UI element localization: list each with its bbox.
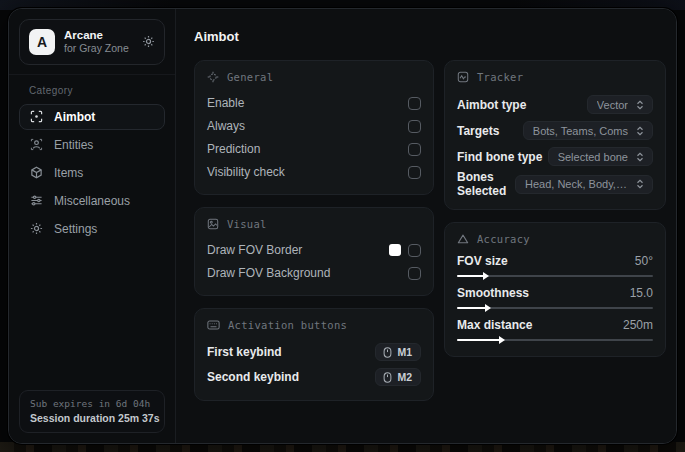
app-title-block: Arcane for Gray Zone	[64, 28, 133, 56]
targets-select[interactable]: Bots, Teams, Coms	[523, 121, 653, 140]
setting-row-enable: Enable	[207, 92, 421, 114]
setting-label: Max distance	[457, 318, 532, 332]
sidebar-item-aimbot[interactable]: Aimbot	[19, 104, 165, 130]
find-bone-type-select[interactable]: Selected bone	[548, 147, 653, 166]
chevron-updown-icon	[635, 100, 645, 110]
select-value: Bots, Teams, Coms	[533, 125, 628, 137]
setting-label: Enable	[207, 96, 244, 110]
sidebar-item-entities[interactable]: Entities	[19, 132, 165, 158]
setting-row-aimbot-type: Aimbot type Vector	[457, 92, 653, 117]
second-keybind-button[interactable]: M2	[375, 368, 421, 386]
accuracy-card-header: Accuracy	[457, 233, 653, 245]
setting-label: FOV size	[457, 254, 508, 268]
tracker-card-header: Tracker	[457, 71, 653, 83]
always-checkbox[interactable]	[408, 120, 421, 133]
setting-label: Find bone type	[457, 150, 542, 164]
card-header-label: Accuracy	[477, 233, 530, 245]
activity-icon	[457, 71, 469, 83]
sidebar-item-miscellaneous[interactable]: Miscellaneous	[19, 188, 165, 214]
select-value: Head, Neck, Body, Pe...	[525, 178, 628, 190]
sidebar-divider	[9, 74, 175, 75]
slider-value: 15.0	[630, 286, 653, 300]
category-label: Category	[29, 85, 175, 96]
sidebar-item-label: Settings	[54, 222, 97, 236]
sidebar-item-label: Miscellaneous	[54, 194, 130, 208]
fov-border-color-swatch[interactable]	[389, 244, 401, 256]
tracker-card: Tracker Aimbot type Vector	[444, 60, 666, 210]
visibility-check-checkbox[interactable]	[408, 166, 421, 179]
setting-label: Aimbot type	[457, 98, 526, 112]
setting-row-draw-fov-background: Draw FOV Background	[207, 262, 421, 284]
setting-label: Draw FOV Border	[207, 243, 302, 257]
sidebar-item-label: Aimbot	[54, 110, 95, 124]
sidebar-item-items[interactable]: Items	[19, 160, 165, 186]
setting-label: Visibility check	[207, 165, 285, 179]
gear-icon	[30, 222, 43, 235]
setting-label: First keybind	[207, 345, 282, 359]
card-header-label: Tracker	[477, 71, 523, 83]
select-value: Selected bone	[558, 151, 628, 163]
fov-size-slider[interactable]	[457, 275, 653, 277]
setting-label: Draw FOV Background	[207, 266, 330, 280]
left-column: General Enable Always Prediction	[194, 60, 434, 401]
activation-buttons-card: Activation buttons First keybind M1	[194, 308, 434, 401]
setting-label: Prediction	[207, 142, 260, 156]
crosshair-scan-icon	[30, 110, 43, 123]
max-distance-slider[interactable]	[457, 339, 653, 341]
triangle-icon	[457, 233, 469, 245]
setting-row-targets: Targets Bots, Teams, Coms	[457, 118, 653, 143]
app-logo: A	[29, 29, 55, 55]
aimbot-type-select[interactable]: Vector	[587, 95, 653, 114]
subscription-info: Sub expires in 6d 04h Session duration 2…	[19, 390, 165, 433]
activation-card-header: Activation buttons	[207, 319, 421, 331]
setting-row-bones-selected: Bones Selected Head, Neck, Body, Pe...	[457, 170, 653, 198]
general-card-header: General	[207, 71, 421, 83]
keybind-value: M1	[397, 346, 412, 358]
keybind-value: M2	[397, 371, 412, 383]
bones-selected-select[interactable]: Head, Neck, Body, Pe...	[515, 175, 653, 194]
setting-row-second-keybind: Second keybind M2	[207, 365, 421, 389]
setting-label: Targets	[457, 124, 499, 138]
slider-value: 50°	[635, 254, 653, 268]
slider-group-fov-size: FOV size 50°	[457, 254, 653, 277]
sliders-icon	[30, 194, 43, 207]
sidebar: A Arcane for Gray Zone Category	[9, 9, 176, 443]
setting-label: Smoothness	[457, 286, 529, 300]
card-header-label: General	[227, 71, 273, 83]
enable-checkbox[interactable]	[408, 97, 421, 110]
app-name: Arcane	[64, 28, 133, 42]
select-value: Vector	[597, 99, 628, 111]
setting-row-find-bone-type: Find bone type Selected bone	[457, 144, 653, 169]
slider-fill	[457, 275, 484, 277]
mouse-icon	[383, 372, 392, 383]
keyboard-icon	[207, 319, 220, 331]
setting-label: Second keybind	[207, 370, 299, 384]
gear-icon[interactable]	[142, 35, 155, 48]
visual-card: Visual Draw FOV Border Draw FOV Backgrou…	[194, 207, 434, 296]
setting-row-first-keybind: First keybind M1	[207, 340, 421, 364]
slider-fill	[457, 307, 486, 309]
general-card: General Enable Always Prediction	[194, 60, 434, 195]
sub-expires-text: Sub expires in 6d 04h	[30, 398, 154, 409]
setting-row-visibility-check: Visibility check	[207, 161, 421, 183]
draw-fov-background-checkbox[interactable]	[408, 267, 421, 280]
app-window: A Arcane for Gray Zone Category	[8, 8, 677, 444]
draw-fov-border-checkbox[interactable]	[408, 244, 421, 257]
mouse-icon	[383, 347, 392, 358]
first-keybind-button[interactable]: M1	[375, 343, 421, 361]
sidebar-item-settings[interactable]: Settings	[19, 216, 165, 242]
sidebar-nav: Aimbot Entities	[9, 104, 175, 244]
accuracy-card: Accuracy FOV size 50° Smoothness	[444, 222, 666, 357]
main-content: Aimbot General	[176, 9, 676, 443]
visual-card-header: Visual	[207, 218, 421, 230]
chevron-updown-icon	[635, 152, 645, 162]
session-duration-text: Session duration 25m 37s	[30, 412, 154, 424]
slider-group-max-distance: Max distance 250m	[457, 318, 653, 341]
cube-icon	[30, 166, 43, 179]
slider-value: 250m	[623, 318, 653, 332]
setting-row-prediction: Prediction	[207, 138, 421, 160]
chevron-updown-icon	[635, 126, 645, 136]
right-column: Tracker Aimbot type Vector	[444, 60, 666, 401]
prediction-checkbox[interactable]	[408, 143, 421, 156]
smoothness-slider[interactable]	[457, 307, 653, 309]
